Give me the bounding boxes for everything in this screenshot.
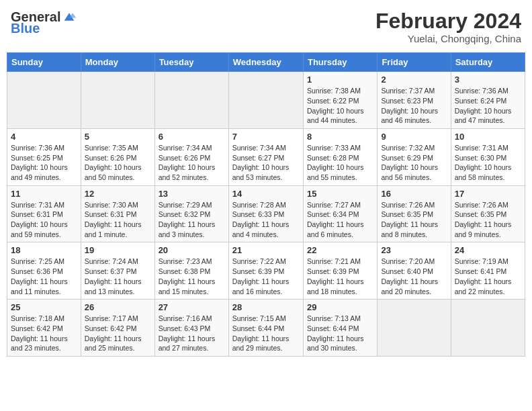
- day-number: 6: [159, 132, 225, 142]
- day-cell: 7Sunrise: 7:34 AMSunset: 6:27 PMDaylight…: [228, 128, 303, 185]
- day-cell: 2Sunrise: 7:37 AMSunset: 6:23 PMDaylight…: [378, 72, 451, 129]
- weekday-header-tuesday: Tuesday: [154, 53, 228, 72]
- day-info: Sunrise: 7:31 AMSunset: 6:31 PMDaylight:…: [11, 200, 77, 240]
- day-info: Sunrise: 7:37 AMSunset: 6:23 PMDaylight:…: [381, 86, 447, 126]
- day-info: Sunrise: 7:34 AMSunset: 6:27 PMDaylight:…: [232, 143, 300, 183]
- day-cell: 23Sunrise: 7:20 AMSunset: 6:40 PMDayligh…: [378, 242, 451, 300]
- day-number: 8: [307, 132, 373, 142]
- day-cell: [81, 72, 154, 129]
- day-info: Sunrise: 7:13 AMSunset: 6:44 PMDaylight:…: [307, 314, 373, 353]
- weekday-header-thursday: Thursday: [303, 53, 377, 72]
- page-header: General Blue February 2024 Yuelai, Chong…: [7, 7, 525, 47]
- day-number: 10: [455, 132, 521, 142]
- day-cell: 16Sunrise: 7:26 AMSunset: 6:35 PMDayligh…: [378, 185, 451, 242]
- day-info: Sunrise: 7:20 AMSunset: 6:40 PMDaylight:…: [381, 257, 447, 296]
- day-info: Sunrise: 7:24 AMSunset: 6:37 PMDaylight:…: [85, 257, 151, 296]
- day-cell: 3Sunrise: 7:36 AMSunset: 6:24 PMDaylight…: [451, 72, 525, 129]
- week-row-1: 1Sunrise: 7:38 AMSunset: 6:22 PMDaylight…: [7, 72, 525, 129]
- day-cell: 4Sunrise: 7:36 AMSunset: 6:25 PMDaylight…: [7, 128, 81, 185]
- day-number: 12: [85, 189, 151, 199]
- day-number: 25: [11, 302, 77, 312]
- day-info: Sunrise: 7:32 AMSunset: 6:29 PMDaylight:…: [381, 143, 447, 183]
- day-cell: 8Sunrise: 7:33 AMSunset: 6:28 PMDaylight…: [303, 128, 377, 185]
- week-row-2: 4Sunrise: 7:36 AMSunset: 6:25 PMDaylight…: [7, 128, 525, 185]
- day-number: 9: [381, 132, 447, 142]
- day-cell: [378, 300, 451, 357]
- day-number: 17: [455, 189, 521, 199]
- month-year-title: February 2024: [375, 9, 521, 33]
- day-number: 1: [307, 75, 373, 85]
- day-info: Sunrise: 7:30 AMSunset: 6:31 PMDaylight:…: [85, 200, 151, 240]
- week-row-4: 18Sunrise: 7:25 AMSunset: 6:36 PMDayligh…: [7, 242, 525, 300]
- day-number: 21: [232, 245, 300, 255]
- day-cell: 19Sunrise: 7:24 AMSunset: 6:37 PMDayligh…: [81, 242, 154, 300]
- day-info: Sunrise: 7:15 AMSunset: 6:44 PMDaylight:…: [232, 314, 300, 353]
- day-cell: [451, 300, 525, 357]
- day-info: Sunrise: 7:26 AMSunset: 6:35 PMDaylight:…: [455, 200, 521, 240]
- day-number: 16: [381, 189, 447, 199]
- day-info: Sunrise: 7:38 AMSunset: 6:22 PMDaylight:…: [307, 86, 373, 126]
- day-number: 7: [232, 132, 300, 142]
- day-cell: 14Sunrise: 7:28 AMSunset: 6:33 PMDayligh…: [228, 185, 303, 242]
- day-number: 13: [159, 189, 225, 199]
- day-number: 19: [85, 245, 151, 255]
- day-info: Sunrise: 7:16 AMSunset: 6:43 PMDaylight:…: [159, 314, 225, 353]
- day-cell: 21Sunrise: 7:22 AMSunset: 6:39 PMDayligh…: [228, 242, 303, 300]
- logo-blue-text: Blue: [11, 21, 40, 35]
- day-info: Sunrise: 7:34 AMSunset: 6:26 PMDaylight:…: [159, 143, 225, 183]
- day-info: Sunrise: 7:21 AMSunset: 6:39 PMDaylight:…: [307, 257, 373, 296]
- day-cell: 12Sunrise: 7:30 AMSunset: 6:31 PMDayligh…: [81, 185, 154, 242]
- title-area: February 2024 Yuelai, Chongqing, China: [375, 9, 521, 44]
- day-number: 24: [455, 245, 521, 255]
- day-info: Sunrise: 7:25 AMSunset: 6:36 PMDaylight:…: [11, 257, 77, 296]
- day-number: 29: [307, 302, 373, 312]
- day-cell: 6Sunrise: 7:34 AMSunset: 6:26 PMDaylight…: [154, 128, 228, 185]
- weekday-header-monday: Monday: [81, 53, 154, 72]
- day-number: 23: [381, 245, 447, 255]
- day-cell: 26Sunrise: 7:17 AMSunset: 6:42 PMDayligh…: [81, 300, 154, 357]
- day-number: 3: [455, 75, 521, 85]
- day-info: Sunrise: 7:36 AMSunset: 6:24 PMDaylight:…: [455, 86, 521, 126]
- logo-icon: [62, 9, 77, 24]
- weekday-header-row: SundayMondayTuesdayWednesdayThursdayFrid…: [7, 53, 525, 72]
- weekday-header-saturday: Saturday: [451, 53, 525, 72]
- day-info: Sunrise: 7:19 AMSunset: 6:41 PMDaylight:…: [455, 257, 521, 296]
- day-cell: 13Sunrise: 7:29 AMSunset: 6:32 PMDayligh…: [154, 185, 228, 242]
- day-cell: 22Sunrise: 7:21 AMSunset: 6:39 PMDayligh…: [303, 242, 377, 300]
- day-number: 2: [381, 75, 447, 85]
- day-number: 4: [11, 132, 77, 142]
- day-number: 18: [11, 245, 77, 255]
- day-cell: 18Sunrise: 7:25 AMSunset: 6:36 PMDayligh…: [7, 242, 81, 300]
- day-cell: 29Sunrise: 7:13 AMSunset: 6:44 PMDayligh…: [303, 300, 377, 357]
- day-cell: 24Sunrise: 7:19 AMSunset: 6:41 PMDayligh…: [451, 242, 525, 300]
- day-number: 22: [307, 245, 373, 255]
- day-info: Sunrise: 7:17 AMSunset: 6:42 PMDaylight:…: [85, 314, 151, 353]
- weekday-header-friday: Friday: [378, 53, 451, 72]
- day-cell: 10Sunrise: 7:31 AMSunset: 6:30 PMDayligh…: [451, 128, 525, 185]
- calendar-table: SundayMondayTuesdayWednesdayThursdayFrid…: [7, 52, 525, 357]
- day-number: 14: [232, 189, 300, 199]
- day-cell: 17Sunrise: 7:26 AMSunset: 6:35 PMDayligh…: [451, 185, 525, 242]
- day-cell: 27Sunrise: 7:16 AMSunset: 6:43 PMDayligh…: [154, 300, 228, 357]
- weekday-header-sunday: Sunday: [7, 53, 81, 72]
- day-cell: 28Sunrise: 7:15 AMSunset: 6:44 PMDayligh…: [228, 300, 303, 357]
- day-info: Sunrise: 7:29 AMSunset: 6:32 PMDaylight:…: [159, 200, 225, 240]
- week-row-5: 25Sunrise: 7:18 AMSunset: 6:42 PMDayligh…: [7, 300, 525, 357]
- day-number: 11: [11, 189, 77, 199]
- day-cell: 15Sunrise: 7:27 AMSunset: 6:34 PMDayligh…: [303, 185, 377, 242]
- day-cell: 25Sunrise: 7:18 AMSunset: 6:42 PMDayligh…: [7, 300, 81, 357]
- day-info: Sunrise: 7:33 AMSunset: 6:28 PMDaylight:…: [307, 143, 373, 183]
- weekday-header-wednesday: Wednesday: [228, 53, 303, 72]
- day-cell: 5Sunrise: 7:35 AMSunset: 6:26 PMDaylight…: [81, 128, 154, 185]
- day-info: Sunrise: 7:31 AMSunset: 6:30 PMDaylight:…: [455, 143, 521, 183]
- day-number: 27: [159, 302, 225, 312]
- day-info: Sunrise: 7:18 AMSunset: 6:42 PMDaylight:…: [11, 314, 77, 353]
- day-info: Sunrise: 7:22 AMSunset: 6:39 PMDaylight:…: [232, 257, 300, 296]
- week-row-3: 11Sunrise: 7:31 AMSunset: 6:31 PMDayligh…: [7, 185, 525, 242]
- day-number: 28: [232, 302, 300, 312]
- day-cell: 11Sunrise: 7:31 AMSunset: 6:31 PMDayligh…: [7, 185, 81, 242]
- day-info: Sunrise: 7:36 AMSunset: 6:25 PMDaylight:…: [11, 143, 77, 183]
- day-info: Sunrise: 7:27 AMSunset: 6:34 PMDaylight:…: [307, 200, 373, 240]
- day-cell: [228, 72, 303, 129]
- day-info: Sunrise: 7:23 AMSunset: 6:38 PMDaylight:…: [159, 257, 225, 296]
